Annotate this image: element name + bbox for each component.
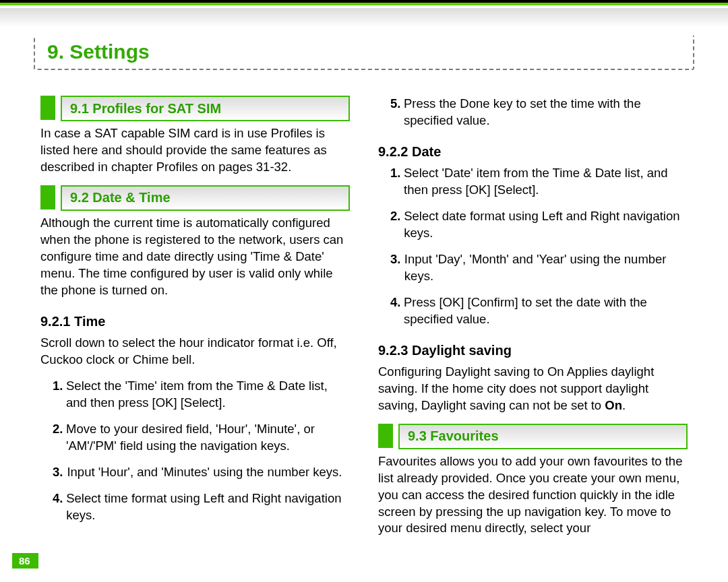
section-9-2-2-steps: 1.Select 'Date' item from the Time & Dat… — [378, 165, 688, 328]
green-bar-icon — [40, 185, 55, 209]
section-9-2-3-body: Configuring Daylight saving to On Applie… — [378, 364, 688, 414]
section-9-2-3-title: 9.2.3 Daylight saving — [378, 342, 688, 360]
list-item: 4.Select time format using Left and Righ… — [40, 490, 350, 524]
step-text: Press the Done key to set the time with … — [404, 96, 688, 129]
section-9-2-2-title: 9.2.2 Date — [378, 143, 688, 161]
step-number: 4. — [390, 294, 400, 328]
step-number: 3. — [53, 464, 63, 481]
step-text: Select 'Date' item from the Time & Date … — [404, 165, 688, 199]
section-9-2-title: 9.2 Date & Time — [70, 189, 171, 207]
bold-text: On — [605, 398, 622, 412]
list-item: 5.Press the Done key to set the time wit… — [378, 96, 688, 129]
list-item: 2.Move to your desired field, 'Hour', 'M… — [40, 421, 350, 455]
chapter-title: 9. Settings — [47, 40, 150, 63]
step-text: Press [OK] [Confirm] to set the date wit… — [404, 294, 688, 328]
chapter-header: 9. Settings — [34, 35, 694, 70]
step-text: Select date format using Left and Right … — [404, 208, 688, 242]
list-item: 4.Press [OK] [Confirm] to set the date w… — [378, 294, 688, 328]
section-9-3-header: 9.3 Favourites — [378, 424, 688, 448]
list-item: 3.Input 'Hour', and 'Minutes' using the … — [40, 464, 350, 481]
content-columns: 9.1 Profiles for SAT SIM In case a SAT c… — [40, 86, 688, 543]
section-9-2-1-steps-cont: 5.Press the Done key to set the time wit… — [378, 96, 688, 129]
section-9-3-body: Favourites allows you to add your own fa… — [378, 453, 688, 538]
step-text: Input 'Day', 'Month' and 'Year' using th… — [404, 251, 688, 285]
section-9-2-header: 9.2 Date & Time — [40, 185, 350, 209]
list-item: 1.Select the 'Time' item from the Time &… — [40, 378, 350, 412]
manual-page: 9. Settings 9.1 Profiles for SAT SIM In … — [0, 0, 728, 582]
section-9-2-1-intro: Scroll down to select the hour indicator… — [40, 335, 350, 368]
section-9-3-title: 9.3 Favourites — [408, 427, 499, 445]
green-bar-icon — [40, 96, 55, 120]
step-number: 3. — [390, 251, 400, 285]
step-number: 1. — [53, 378, 62, 412]
step-text: Select time format using Left and Right … — [66, 490, 350, 524]
step-number: 2. — [53, 421, 62, 455]
step-text: Input 'Hour', and 'Minutes' using the nu… — [67, 464, 342, 481]
right-column: 5.Press the Done key to set the time wit… — [378, 86, 688, 543]
list-item: 1.Select 'Date' item from the Time & Dat… — [378, 165, 688, 199]
left-column: 9.1 Profiles for SAT SIM In case a SAT c… — [40, 86, 350, 543]
step-number: 5. — [390, 96, 400, 129]
list-item: 3.Input 'Day', 'Month' and 'Year' using … — [378, 251, 688, 285]
section-9-2-body: Although the current time is automatical… — [40, 215, 350, 299]
step-text: Move to your desired field, 'Hour', 'Min… — [66, 421, 350, 455]
section-9-2-1-title: 9.2.1 Time — [40, 313, 350, 331]
step-number: 2. — [390, 208, 400, 242]
section-9-2-1-steps: 1.Select the 'Time' item from the Time &… — [40, 378, 350, 524]
top-decoration — [0, 0, 728, 27]
page-number-badge: 86 — [12, 553, 38, 569]
step-text: Select the 'Time' item from the Time & D… — [66, 378, 350, 412]
step-number: 4. — [53, 490, 62, 524]
section-9-1-header: 9.1 Profiles for SAT SIM — [40, 96, 350, 120]
green-bar-icon — [378, 424, 393, 448]
body-text: . — [622, 398, 626, 412]
section-9-1-title: 9.1 Profiles for SAT SIM — [70, 100, 221, 118]
list-item: 2.Select date format using Left and Righ… — [378, 208, 688, 242]
step-number: 1. — [390, 165, 400, 199]
section-9-1-body: In case a SAT capable SIM card is in use… — [40, 125, 350, 176]
